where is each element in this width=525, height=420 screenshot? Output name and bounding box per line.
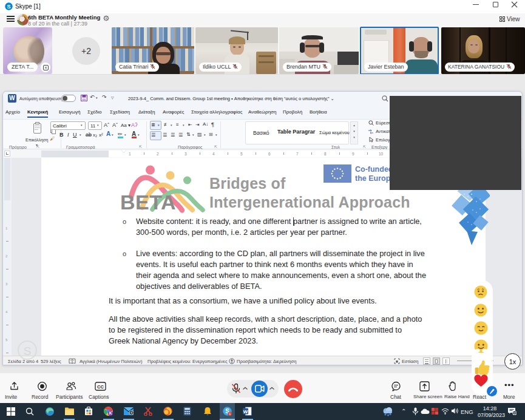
svg-text:W: W	[243, 409, 248, 415]
svg-text:BETA: BETA	[120, 191, 176, 214]
svg-text:20: 20	[513, 412, 517, 415]
svg-text:K: K	[109, 411, 112, 415]
svg-text:4: 4	[130, 411, 132, 415]
svg-text:1: 1	[229, 412, 231, 416]
svg-text:S: S	[7, 4, 10, 10]
svg-text:CC: CC	[97, 384, 104, 390]
